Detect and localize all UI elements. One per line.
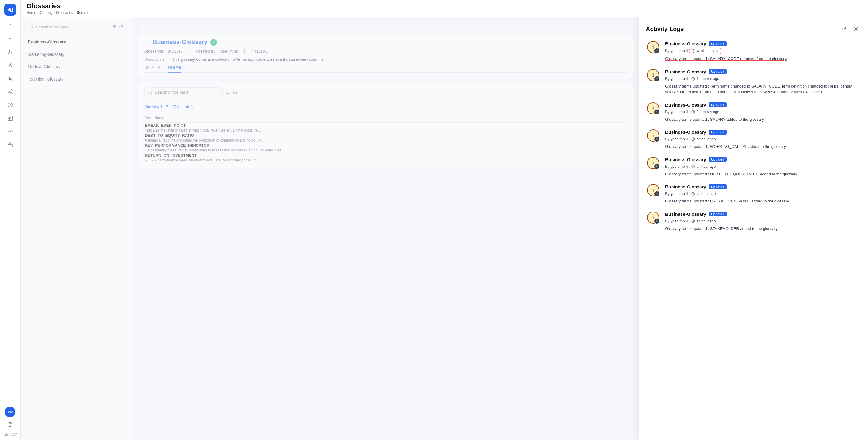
log-title-row-4: Business-Glossary Updated: [665, 157, 861, 162]
created-by-label: Created By: [196, 49, 216, 54]
log-by-label-5: By: [665, 192, 670, 196]
log-meta-0: By yperumpilli 4 minutes ago: [665, 48, 861, 54]
records-count: Showing 1 - 7 of 7 record(s): [144, 104, 626, 109]
log-user-4: yperumpilli: [671, 164, 688, 169]
collapse-button[interactable]: ‹: [138, 23, 146, 30]
refresh-icon[interactable]: [119, 25, 123, 30]
people-icon[interactable]: [4, 46, 16, 58]
log-entity-1: Business-Glossary: [665, 69, 706, 74]
glossary-item-name-0: Business-Glossary: [28, 39, 66, 44]
glossary-item-1[interactable]: Marketing-Glossary ›: [25, 48, 127, 61]
chevron-icon-1: ›: [123, 52, 125, 57]
breadcrumb-glossaries[interactable]: Glossaries: [56, 10, 73, 15]
clock-icon[interactable]: [4, 99, 16, 111]
term-name-3: RETURN_ON_INVESTMENT: [145, 153, 626, 158]
page-title: Glossaries: [27, 2, 88, 10]
clock-icon-6: [691, 219, 695, 223]
user-icon[interactable]: [4, 72, 16, 85]
log-title-row-1: Business-Glossary Updated: [665, 69, 861, 74]
log-entity-0: Business-Glossary: [665, 41, 706, 46]
main-area: Glossaries Home › Catalog › Glossaries ›…: [21, 0, 868, 440]
glossary-search-bar[interactable]: [25, 22, 127, 32]
back-button[interactable]: ←: [144, 39, 150, 45]
svg-point-0: [9, 50, 11, 52]
home-icon[interactable]: ⌂: [4, 19, 16, 31]
svg-point-4: [11, 90, 12, 91]
user-avatar[interactable]: YP: [4, 407, 16, 417]
flow-icon[interactable]: [4, 86, 16, 98]
log-user-5: yperumpilli: [671, 192, 688, 196]
timeline-icon-2: ℹ ✎: [647, 102, 659, 114]
timeline-content-4: Business-Glossary Updated By yperumpilli: [660, 157, 861, 184]
created-time: 4 days a...: [251, 49, 268, 54]
term-row-0: BREAK_EVEN_POINT Indicates the level of …: [145, 123, 626, 132]
edit-badge-5: ✎: [654, 191, 659, 196]
updated-badge-5: Updated: [709, 184, 727, 189]
timeline-line-5: [653, 197, 653, 211]
status-check-icon: ✓: [210, 39, 217, 45]
terms-filter-icon[interactable]: [225, 91, 230, 97]
log-time-2: 8 minutes ago: [696, 110, 719, 114]
activity-header: Activity Logs: [646, 24, 861, 34]
svg-rect-11: [11, 116, 12, 120]
svg-line-20: [151, 93, 152, 94]
col-term-name: Term Name: [145, 113, 626, 123]
chevron-icon-2: ›: [123, 65, 125, 69]
desc-label: Description: [144, 57, 168, 62]
settings-icon[interactable]: [4, 59, 16, 71]
glossary-id-value: 9c1f75e7...: [168, 49, 186, 54]
timeline-icon-3: ℹ ✎: [647, 129, 659, 142]
detail-header: ← Business-Glossary ✓ GlossaryId 9c1f75e…: [138, 34, 632, 77]
log-time-wrap-6: an hour ago: [689, 219, 718, 224]
sidebar-bottom: YP adp · v2.7: [4, 407, 17, 436]
glossary-item-2[interactable]: Medical-Glossary ›: [25, 61, 127, 73]
terms-search-bar[interactable]: [144, 87, 223, 97]
app-version: adp · v2.7: [4, 433, 17, 436]
tab-details[interactable]: DETAILS: [144, 65, 160, 73]
app-logo[interactable]: [4, 4, 16, 16]
info-icon[interactable]: [4, 418, 16, 431]
refresh-activity-button[interactable]: [839, 24, 849, 34]
terms-search-input[interactable]: [155, 90, 219, 94]
breadcrumb-home[interactable]: Home: [27, 10, 36, 15]
timeline-item-4: ℹ ✎ Business-Glossary Updated By yperump…: [646, 157, 861, 184]
log-entity-4: Business-Glossary: [665, 157, 706, 162]
timeline-item-2: ℹ ✎ Business-Glossary Updated By yperump…: [646, 102, 861, 130]
term-row-3: RETURN_ON_INVESTMENT ROI - A performance…: [145, 153, 626, 162]
updated-badge-4: Updated: [709, 157, 727, 162]
close-activity-button[interactable]: [851, 24, 861, 34]
timeline-line-1: [653, 82, 653, 102]
log-meta-2: By yperumpilli 8 minutes ago: [665, 109, 861, 115]
updated-badge-2: Updated: [709, 102, 727, 107]
timeline-content-5: Business-Glossary Updated By yperumpilli: [660, 184, 861, 212]
updated-badge-6: Updated: [709, 212, 727, 216]
log-desc-5: Glossary terms updated : BREAK_EVEN_POIN…: [665, 198, 861, 204]
info-circle-icon-4: ℹ: [652, 160, 654, 166]
timeline-content-1: Business-Glossary Updated By yperumpilli: [660, 69, 861, 102]
info-circle-icon-0: ℹ: [652, 44, 654, 50]
glossary-item-3[interactable]: Technical-Glossary ›: [25, 73, 127, 85]
term-row-2: KEY_PERFORMANCE_INDICATOR Helps identify…: [145, 143, 626, 152]
svg-point-16: [30, 25, 32, 28]
terms-refresh-icon[interactable]: [232, 91, 237, 97]
info-circle-icon-1: ℹ: [652, 72, 654, 78]
wave-icon[interactable]: [4, 126, 16, 137]
glossary-item-0[interactable]: Business-Glossary ›: [25, 36, 127, 48]
timeline-left-6: ℹ ✎: [646, 212, 660, 239]
log-time-1: 4 minutes ago: [696, 77, 719, 81]
log-user-2: yperumpilli: [671, 110, 688, 114]
breadcrumb-sep1: ›: [37, 10, 39, 15]
tab-terms[interactable]: TERMS: [167, 65, 181, 73]
filter-icon[interactable]: [4, 33, 16, 45]
term-desc-1: A financial ratio that indicates the pro…: [145, 138, 626, 143]
breadcrumb-catalog[interactable]: Catalog: [40, 10, 52, 15]
detail-name: Business-Glossary: [153, 39, 207, 45]
log-meta-1: By yperumpilli 4 minutes ago: [665, 76, 861, 82]
filter-icon[interactable]: [112, 25, 117, 30]
bag-icon[interactable]: [4, 139, 16, 151]
svg-point-15: [10, 423, 10, 424]
edit-badge-2: ✎: [654, 109, 659, 114]
glossary-search-input[interactable]: [36, 25, 110, 29]
detail-meta: GlossaryId 9c1f75e7... | Created By yper…: [144, 49, 626, 54]
chart-icon[interactable]: [4, 112, 16, 124]
